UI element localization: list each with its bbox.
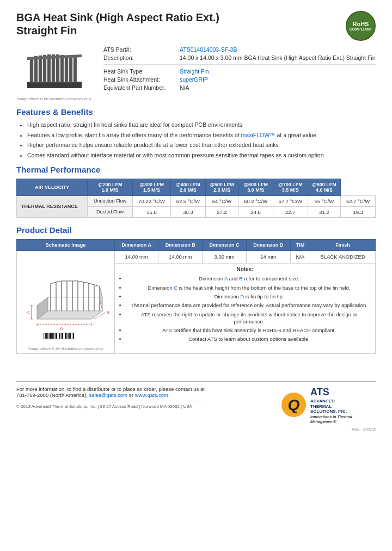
ducted-500: 24.6 bbox=[238, 206, 273, 217]
ducted-600: 22.7 bbox=[273, 206, 308, 217]
svg-rect-50 bbox=[61, 333, 62, 339]
svg-rect-38 bbox=[44, 333, 44, 339]
note-item: ATS reserves the right to update or chan… bbox=[126, 311, 372, 326]
desc-label: Description: bbox=[103, 54, 180, 61]
svg-rect-56 bbox=[69, 333, 70, 339]
thermal-title: Thermal Performance bbox=[16, 165, 376, 174]
unducted-label: Unducted Flow bbox=[88, 195, 133, 206]
type-label: Heat Sink Type: bbox=[103, 68, 180, 75]
svg-rect-10 bbox=[69, 56, 72, 82]
unducted-500: 60.2 °C/W bbox=[238, 195, 273, 206]
col-600lfm: @600 LFM3.0 M/S bbox=[238, 179, 273, 195]
footer-copyright: © 2013 Advanced Thermal Solutions, Inc. … bbox=[16, 401, 205, 409]
spec-equiv-row: Equivalent Part Number: N/A bbox=[103, 84, 376, 91]
col-800lfm: @800 LFM4.0 M/S bbox=[308, 179, 341, 195]
feature-item: High aspect ratio, straight fin heat sin… bbox=[27, 121, 376, 129]
unducted-400: 64 °C/W bbox=[205, 195, 238, 206]
footer-divider bbox=[16, 381, 376, 382]
svg-rect-7 bbox=[56, 54, 59, 82]
dim-d-header: Dimension D bbox=[246, 239, 290, 250]
note-item: Thermal performance data are provided fo… bbox=[126, 302, 372, 309]
ducted-label: Ducted Flow bbox=[88, 206, 133, 217]
ducted-800: 19.3 bbox=[341, 206, 376, 217]
detail-title: Product Detail bbox=[16, 225, 376, 235]
feature-item: Features a low profile, slant fin array … bbox=[27, 131, 376, 139]
feature-item: Higher performance helps ensure reliable… bbox=[27, 141, 376, 149]
schematic-header: Schematic Image bbox=[17, 239, 115, 250]
svg-rect-53 bbox=[65, 333, 66, 339]
email-link[interactable]: sales@qats.com bbox=[89, 392, 127, 398]
product-info-section: Image above is for illustration purposes… bbox=[16, 46, 376, 101]
svg-rect-41 bbox=[47, 333, 48, 339]
svg-rect-46 bbox=[55, 333, 56, 339]
dim-a-header: Dimension A bbox=[115, 239, 158, 250]
svg-rect-54 bbox=[66, 333, 67, 339]
unducted-300: 62.5 °C/W bbox=[171, 195, 206, 206]
ducted-700: 21.2 bbox=[308, 206, 341, 217]
notes-title: Notes: bbox=[118, 266, 372, 272]
ats-text: ATS ADVANCEDTHERMALSOLUTIONS, INC. Innov… bbox=[310, 386, 376, 424]
schematic-svg: A B C bbox=[21, 254, 111, 344]
ats-fullname: ADVANCEDTHERMALSOLUTIONS, INC. bbox=[310, 399, 376, 414]
svg-text:B: B bbox=[107, 310, 109, 315]
svg-rect-58 bbox=[72, 333, 72, 339]
rohs-badge: RoHS COMPLIANT bbox=[346, 11, 376, 41]
ats-q-mark: Q bbox=[281, 393, 306, 417]
dim-b-value: 14.00 mm bbox=[158, 250, 203, 264]
svg-rect-48 bbox=[58, 333, 58, 339]
part-label: ATS Part#: bbox=[103, 46, 180, 53]
page-header: BGA Heat Sink (High Aspect Ratio Ext.) S… bbox=[16, 11, 376, 41]
product-image-area: Image above is for illustration purposes… bbox=[16, 46, 93, 101]
page-number: Rev - 34AT3 bbox=[16, 427, 376, 432]
product-specs: ATS Part#: ATS014014003-SF-3B Descriptio… bbox=[103, 46, 376, 101]
thermal-resistance-label: THERMAL RESISTANCE bbox=[17, 195, 88, 217]
image-caption: Image above is for illustration purposes… bbox=[17, 97, 92, 101]
product-image-svg bbox=[22, 46, 87, 95]
svg-rect-49 bbox=[59, 333, 60, 339]
notes-cell: Notes: Dimension A and B refer to compon… bbox=[115, 264, 376, 353]
features-list: High aspect ratio, straight fin heat sin… bbox=[27, 121, 376, 160]
svg-rect-57 bbox=[70, 333, 71, 339]
note-item: ATS certifies that this heat sink assemb… bbox=[126, 327, 372, 334]
spec-attach-row: Heat Sink Attachment: superGRIP bbox=[103, 76, 376, 83]
svg-rect-55 bbox=[68, 333, 69, 339]
col-700lfm: @700 LFM3.5 M/S bbox=[273, 179, 308, 195]
title-line2: Straight Fin bbox=[16, 25, 77, 36]
schematic-caption: *Image above is for illustration purpose… bbox=[20, 347, 111, 351]
spec-type-row: Heat Sink Type: Straight Fin bbox=[103, 68, 376, 75]
spec-desc-row: Description: 14.00 x 14.00 x 3.00 mm BGA… bbox=[103, 54, 376, 61]
svg-rect-47 bbox=[56, 333, 57, 339]
tim-value: N/A bbox=[290, 250, 310, 264]
notes-list: Dimension A and B refer to component siz… bbox=[126, 275, 372, 342]
rohs-sublabel: COMPLIANT bbox=[350, 27, 372, 31]
title-line1: BGA Heat Sink (High Aspect Ratio Ext.) bbox=[16, 11, 219, 23]
ducted-300: 30.3 bbox=[171, 206, 206, 217]
spec-part-row: ATS Part#: ATS014014003-SF-3B bbox=[103, 46, 376, 53]
note-item: Dimension A and B refer to component siz… bbox=[126, 275, 372, 282]
dim-c-header: Dimension C bbox=[203, 239, 247, 250]
svg-rect-43 bbox=[50, 333, 52, 339]
thermal-table: AIR VELOCITY @200 LFM1.0 M/S @300 LFM1.5… bbox=[16, 179, 376, 218]
svg-rect-51 bbox=[62, 333, 63, 339]
feature-item: Comes standard without interface materia… bbox=[27, 151, 376, 160]
ducted-200: 35.8 bbox=[133, 206, 171, 217]
website-link[interactable]: www.qats.com bbox=[135, 392, 168, 398]
svg-text:A: A bbox=[60, 326, 63, 331]
attach-value: superGRIP bbox=[180, 76, 208, 83]
rohs-label: RoHS bbox=[353, 21, 369, 27]
svg-rect-3 bbox=[39, 56, 42, 82]
note-item: Dimension D is fin tip to fin tip. bbox=[126, 293, 372, 300]
svg-marker-13 bbox=[37, 311, 102, 319]
svg-rect-45 bbox=[53, 333, 54, 339]
svg-rect-9 bbox=[65, 56, 68, 82]
part-value: ATS014014003-SF-3B bbox=[180, 46, 237, 53]
ats-tagline: Innovations in Thermal Management® bbox=[310, 414, 376, 424]
footer-section: For more information, to find a distribu… bbox=[16, 386, 376, 424]
note-item: Contact ATS to learn about custom option… bbox=[126, 335, 372, 342]
unducted-200: 70.22 °C/W bbox=[133, 195, 171, 206]
ducted-400: 27.2 bbox=[205, 206, 238, 217]
svg-rect-44 bbox=[52, 333, 53, 339]
svg-rect-1 bbox=[30, 57, 33, 82]
svg-text:C: C bbox=[27, 310, 30, 315]
footer-contact-text: For more information, to find a distribu… bbox=[16, 386, 205, 398]
